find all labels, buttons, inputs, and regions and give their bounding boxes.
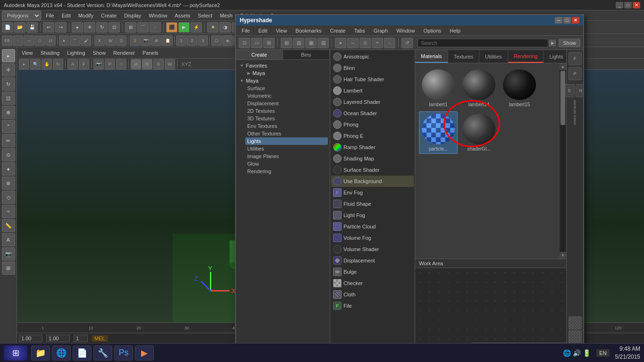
vp-tb-smooth-shade2[interactable]: 5 bbox=[142, 59, 152, 69]
hs-tree-maya[interactable]: ▼ Maya bbox=[238, 77, 328, 84]
hs-menu-view[interactable]: View bbox=[272, 27, 291, 34]
hs-materials-scrollbar[interactable]: ▲ ▼ bbox=[560, 63, 566, 259]
hs-show-btn2[interactable]: S bbox=[564, 84, 575, 97]
hs-tb-graph3[interactable]: ▦ bbox=[305, 38, 317, 48]
tb2-vertex[interactable]: · bbox=[13, 35, 23, 46]
hs-tab-utilities[interactable]: Utilities bbox=[479, 50, 508, 63]
viewport-menu-panels[interactable]: Panels bbox=[140, 49, 161, 57]
tb-select[interactable]: ▸ bbox=[72, 22, 83, 33]
hs-shader-volume-shader[interactable]: Volume Shader bbox=[331, 244, 414, 255]
hs-tree-favorites[interactable]: ▼ Favorites bbox=[238, 62, 328, 69]
left-btn-grid[interactable]: ⊞ bbox=[2, 261, 15, 275]
maximize-button[interactable]: □ bbox=[624, 2, 632, 8]
taskbar-item-app4[interactable]: ▶ bbox=[135, 345, 154, 361]
tb2-hypershade-btn[interactable]: ◈ bbox=[222, 35, 233, 46]
vp-tb-rotate-view[interactable]: ↻ bbox=[53, 59, 63, 69]
vp-tb-smooth-shade1[interactable]: 4 bbox=[131, 59, 141, 69]
hs-search-input[interactable] bbox=[418, 39, 548, 47]
left-btn-rotate[interactable]: ↻ bbox=[2, 77, 15, 91]
hs-tree-env-textures[interactable]: Env Textures bbox=[245, 122, 328, 130]
hs-menu-tabs[interactable]: Tabs bbox=[350, 27, 368, 34]
hs-search-go-btn[interactable]: ▶ bbox=[549, 40, 556, 46]
menu-mesh[interactable]: Mesh bbox=[217, 12, 235, 19]
vp-tb-zoom[interactable]: 🔍 bbox=[30, 59, 41, 69]
hs-tab-lights[interactable]: Lights bbox=[544, 50, 566, 63]
hs-shader-bulge[interactable]: Bulge bbox=[331, 266, 414, 278]
menu-select[interactable]: Select bbox=[195, 12, 215, 19]
hs-minimize-button[interactable]: ─ bbox=[555, 17, 562, 24]
tb-rotate[interactable]: ↻ bbox=[96, 22, 108, 33]
material-lambert15[interactable]: lambert15 bbox=[500, 67, 539, 109]
tb2-high-quality[interactable]: 3 bbox=[198, 35, 208, 46]
hs-tb-zoom-fit[interactable]: ⊙ bbox=[360, 38, 371, 48]
left-btn-cluster[interactable]: ⊛ bbox=[2, 177, 15, 190]
hs-menu-options[interactable]: Options bbox=[419, 27, 445, 34]
tb-translate[interactable]: ✛ bbox=[84, 22, 95, 33]
hs-shader-anisotropic[interactable]: Anisotropic bbox=[331, 51, 414, 62]
tb-snap-curve[interactable]: ⌒ bbox=[137, 22, 149, 33]
hs-menu-file[interactable]: File bbox=[238, 27, 254, 34]
tb2-node-editor[interactable]: ⬡ bbox=[211, 35, 222, 46]
hs-tree-rendering[interactable]: Rendering bbox=[245, 168, 328, 175]
status-field-2[interactable] bbox=[46, 335, 70, 342]
hs-tree-3d-textures[interactable]: 3D Textures bbox=[245, 115, 328, 122]
vp-tb-wireframe[interactable]: W bbox=[165, 59, 175, 69]
tb2-3[interactable]: 3 bbox=[130, 35, 140, 46]
vp-tb-select[interactable]: ▸ bbox=[19, 59, 29, 69]
close-button[interactable]: ✕ bbox=[633, 2, 640, 8]
hs-tree-surface[interactable]: Surface bbox=[245, 84, 328, 92]
status-field-3[interactable] bbox=[74, 335, 88, 342]
hs-tree-favorites-maya[interactable]: ▶ Maya bbox=[245, 69, 328, 77]
hs-shader-fluid-shape[interactable]: Fluid Shape bbox=[331, 198, 414, 210]
hs-tb-layout1[interactable]: ⊡ bbox=[239, 38, 250, 48]
tb-snap-grid[interactable]: ⊞ bbox=[125, 22, 136, 33]
tb2-xray[interactable]: X bbox=[94, 35, 105, 46]
vp-tb-frame-sel[interactable]: F bbox=[79, 59, 89, 69]
tb2-component-mode[interactable]: F8 bbox=[2, 35, 12, 46]
hs-channel-presets[interactable]: P bbox=[569, 67, 582, 80]
hs-tab-bins[interactable]: Bins bbox=[283, 50, 330, 59]
left-btn-paint[interactable]: ✏ bbox=[2, 134, 15, 147]
tb2-pivot[interactable]: ⊕ bbox=[151, 35, 162, 46]
menu-create[interactable]: Create bbox=[98, 12, 119, 19]
tb-lights-on[interactable]: ☀ bbox=[207, 22, 218, 33]
hs-tab-materials[interactable]: Materials bbox=[415, 50, 448, 63]
taskbar-item-docs[interactable]: 📄 bbox=[73, 345, 92, 361]
menu-modify[interactable]: Modify bbox=[75, 12, 96, 19]
hs-shader-lambert[interactable]: Lambert bbox=[331, 85, 414, 96]
hs-pattern-btn-1[interactable] bbox=[569, 316, 582, 329]
hs-shader-blinn[interactable]: Blinn bbox=[331, 62, 414, 74]
hs-tab-textures[interactable]: Textures bbox=[448, 50, 480, 63]
hs-tb-layout3[interactable]: ⊞ bbox=[263, 38, 275, 48]
start-button[interactable]: ⊞ bbox=[4, 345, 27, 361]
tb-undo[interactable]: ↩ bbox=[43, 22, 54, 33]
viewport-menu-renderer[interactable]: Renderer bbox=[110, 49, 138, 57]
hs-maximize-button[interactable]: □ bbox=[563, 17, 571, 24]
viewport-menu-shading[interactable]: Shading bbox=[38, 49, 62, 57]
hs-shader-phonge[interactable]: Phong E bbox=[331, 130, 414, 142]
hs-menu-help[interactable]: Help bbox=[446, 27, 464, 34]
hs-tb-layout2[interactable]: ▭ bbox=[251, 38, 262, 48]
tb2-med-quality[interactable]: 2 bbox=[187, 35, 197, 46]
hs-tree-displacement[interactable]: Displacement bbox=[245, 100, 328, 107]
left-btn-measure[interactable]: 📏 bbox=[2, 219, 15, 232]
tb-lights-off[interactable]: ◑ bbox=[219, 22, 231, 33]
hs-tab-create[interactable]: Create bbox=[236, 50, 283, 59]
hs-close-button[interactable]: ✕ bbox=[572, 17, 579, 24]
hs-tree-utilities[interactable]: Utilities bbox=[245, 145, 328, 152]
hs-work-area-body[interactable] bbox=[415, 268, 566, 347]
hs-shader-hair-tube[interactable]: Hair Tube Shader bbox=[331, 74, 414, 85]
left-btn-sculpt[interactable]: ♦ bbox=[2, 162, 15, 176]
hs-menu-create[interactable]: Create bbox=[326, 27, 349, 34]
menu-assets[interactable]: Assets bbox=[172, 12, 193, 19]
material-lambert14[interactable]: lambert14 bbox=[460, 67, 498, 109]
menu-display[interactable]: Display bbox=[121, 12, 144, 19]
material-particle[interactable]: particle... bbox=[419, 111, 458, 154]
hs-show-button[interactable]: Show bbox=[559, 39, 580, 47]
hs-shader-shading-map[interactable]: Shading Map bbox=[331, 153, 414, 164]
material-shadergl[interactable]: shaderGl... bbox=[460, 111, 498, 154]
tb2-select-tool[interactable]: ▸ bbox=[59, 35, 69, 46]
hs-shader-layered[interactable]: Layered Shader bbox=[331, 96, 414, 108]
viewport-menu-lighting[interactable]: Lighting bbox=[64, 49, 88, 57]
hs-shader-phong[interactable]: Phong bbox=[331, 119, 414, 130]
